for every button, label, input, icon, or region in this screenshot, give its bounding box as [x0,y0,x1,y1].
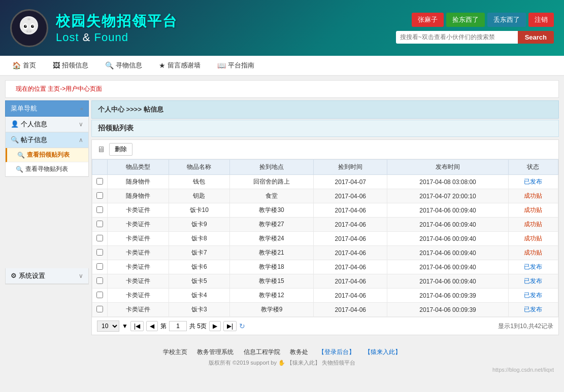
monitor-icon: 🖥 [97,145,105,154]
footer-link-school[interactable]: 学校主页 [163,348,187,355]
total-pages-label: 共 5页 [189,322,207,331]
site-title: 校园失物招领平台 Lost & Found [56,12,178,44]
footer-links: 学校主页 教务管理系统 信息工程学院 教务处 【登录后台】 【猿来入此】 [8,348,556,357]
cell-name: 钥匙 [169,189,230,203]
per-page-select[interactable]: 10 20 50 [97,320,119,332]
settings-icon: ⚙ [11,272,17,279]
nav-item-home[interactable]: 🏠 首页 [5,56,43,76]
logo [10,9,48,47]
table-row: 卡类证件 饭卡10 教学楼30 2017-04-06 2017-04-06 00… [92,203,558,218]
logout-button[interactable]: 注销 [528,13,554,27]
header-buttons: 张麻子 捡东西了 丢东西了 注销 [412,13,554,27]
sidebar-sub-item-found-list[interactable]: 🔍 查看招领贴列表 [6,148,88,162]
svg-point-12 [27,18,30,20]
sidebar-header: 菜单导航 « [5,100,89,117]
cell-found-time: 2017-04-06 [314,232,387,246]
sidebar-sub-menu: 🔍 查看招领贴列表 🔍 查看寻物贴列表 [6,148,88,176]
row-checkbox[interactable] [96,306,103,312]
footer-link-academic[interactable]: 教务管理系统 [197,348,234,355]
cell-name: 饭卡10 [169,203,230,218]
cell-found-time: 2017-04-06 [314,289,387,303]
cell-location: 教学楼21 [230,246,314,260]
chevron-down-icon: ∨ [79,121,83,128]
cell-location: 教学楼30 [230,203,314,218]
cell-name: 饭卡9 [169,218,230,232]
cell-name: 饭卡3 [169,303,230,317]
last-page-button[interactable]: ▶| [223,321,237,331]
row-checkbox[interactable] [96,277,103,284]
cell-pub-time: 2017-04-06 00:09:39 [387,303,508,317]
cell-status: 成功贴 [508,189,558,203]
footer: 学校主页 教务管理系统 信息工程学院 教务处 【登录后台】 【猿来入此】 版权所… [0,340,564,380]
footer-link-office[interactable]: 教务处 [290,348,308,355]
cell-pub-time: 2017-04-08 03:08:00 [387,175,508,189]
sidebar-section: 👤 个人信息 ∨ 🔍 帖子信息 ∧ 🔍 查看招领贴列表 🔍 [5,117,89,177]
content-breadcrumb: 个人中心 >>>> 帖信息 [91,100,559,119]
per-page-label: ▼ [122,323,128,330]
row-checkbox[interactable] [96,221,103,227]
sidebar-collapse-icon[interactable]: « [80,105,83,112]
title-en: Lost & Found [56,31,178,44]
cell-status: 成功贴 [508,218,558,232]
page-input[interactable] [169,321,187,331]
next-page-button[interactable]: ▶ [209,321,221,331]
table-toolbar: 🖥 删除 [92,140,558,159]
row-checkbox[interactable] [96,249,103,256]
cell-location: 教学楼15 [230,274,314,289]
sidebar-item-posts[interactable]: 🔍 帖子信息 ∧ [6,132,88,148]
cell-status: 成功贴 [508,203,558,218]
cell-found-time: 2017-04-06 [314,303,387,317]
footer-link-enter[interactable]: 【猿来入此】 [364,348,401,355]
row-checkbox[interactable] [96,263,103,270]
sidebar-sub-item-lost-list[interactable]: 🔍 查看寻物贴列表 [6,162,88,176]
cell-location: 教学楼24 [230,232,314,246]
nav-item-found[interactable]: 🖼 招领信息 [46,56,95,76]
nav-item-messages[interactable]: ★ 留言感谢墙 [152,56,208,76]
row-checkbox[interactable] [96,178,103,185]
footer-link-college[interactable]: 信息工程学院 [244,348,280,355]
cell-found-time: 2017-04-06 [314,260,387,274]
table-row: 卡类证件 饭卡9 教学楼27 2017-04-06 2017-04-06 00:… [92,218,558,232]
refresh-button[interactable]: ↻ [239,322,245,330]
footer-link-admin[interactable]: 【登录后台】 [318,348,355,355]
lost-item-button[interactable]: 丢东西了 [487,13,526,27]
table-row: 卡类证件 饭卡4 教学楼12 2017-04-06 2017-04-06 00:… [92,289,558,303]
first-page-button[interactable]: |◀ [130,321,144,331]
cell-type: 卡类证件 [108,232,169,246]
main-content: 菜单导航 « 👤 个人信息 ∨ 🔍 帖子信息 ∧ [5,100,559,335]
row-checkbox[interactable] [96,206,103,213]
cell-location: 教学楼12 [230,289,314,303]
search-button[interactable]: Search [518,31,554,44]
sidebar-item-personal-info[interactable]: 👤 个人信息 ∨ [6,117,88,132]
cell-status: 已发布 [508,303,558,317]
cell-found-time: 2017-04-06 [314,203,387,218]
pagination: 10 20 50 ▼ |◀ ◀ 第 共 5页 ▶ ▶| ↻ 显示1到10,共42… [92,317,558,335]
sidebar-item-settings[interactable]: ⚙ 系统设置 ∨ [6,268,88,284]
table-row: 随身物件 钱包 回宿舍的路上 2017-04-07 2017-04-08 03:… [92,175,558,189]
nav-item-search[interactable]: 🔍 寻物信息 [98,56,149,76]
row-checkbox[interactable] [96,192,103,199]
user-name-button[interactable]: 张麻子 [412,13,444,27]
row-checkbox[interactable] [96,292,103,298]
guide-icon: 📖 [217,61,226,69]
cell-type: 随身物件 [108,189,169,203]
cell-pub-time: 2017-04-07 20:00:10 [387,189,508,203]
cell-pub-time: 2017-04-06 00:09:40 [387,218,508,232]
table-row: 随身物件 钥匙 食堂 2017-04-06 2017-04-07 20:00:1… [92,189,558,203]
cell-pub-time: 2017-04-06 00:09:40 [387,274,508,289]
search-input[interactable] [396,31,518,44]
col-found-time: 捡到时间 [314,160,387,175]
display-info: 显示1到10,共42记录 [498,322,553,331]
person-icon: 👤 [11,120,19,128]
prev-page-button[interactable]: ◀ [146,321,158,331]
find-item-button[interactable]: 捡东西了 [446,13,485,27]
svg-point-5 [31,25,34,28]
cell-pub-time: 2017-04-06 00:09:39 [387,289,508,303]
sidebar: 菜单导航 « 👤 个人信息 ∨ 🔍 帖子信息 ∧ [5,100,89,335]
cell-name: 饭卡4 [169,289,230,303]
cell-type: 卡类证件 [108,246,169,260]
delete-button[interactable]: 删除 [109,143,132,156]
row-checkbox[interactable] [96,235,103,241]
col-checkbox [92,160,108,175]
nav-item-guide[interactable]: 📖 平台指南 [210,56,261,76]
